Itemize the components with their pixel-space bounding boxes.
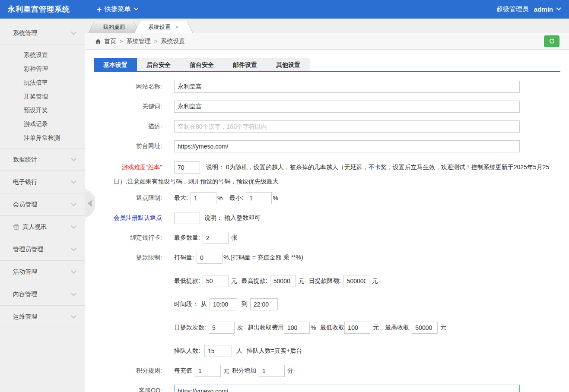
over-fee-input[interactable]: [284, 322, 310, 334]
sidebar-item-draw-management[interactable]: 开奖管理: [0, 89, 85, 103]
min-fee-label: 最低收取: [320, 324, 344, 332]
sidebar-section-ebank[interactable]: 电子银行: [0, 171, 85, 193]
breadcrumb: 首页 > 系统管理 > 系统设置: [85, 33, 569, 50]
breadcrumb-separator: >: [120, 38, 123, 44]
sidebar-section-live-video[interactable]: 真人视讯: [0, 216, 85, 238]
close-icon[interactable]: ×: [175, 24, 179, 30]
refresh-button[interactable]: [544, 35, 559, 47]
sidebar-section-statistics[interactable]: 数据统计: [0, 149, 85, 171]
sidebar-item-game-records[interactable]: 游戏记录: [0, 117, 85, 131]
top-bar: 永利皇宫管理系统 + 快捷菜单 超级管理员 admin: [0, 0, 569, 19]
tab-label: 我的桌面: [103, 21, 125, 33]
time-from-input[interactable]: [210, 298, 237, 310]
sidebar-item-lottery-management[interactable]: 彩种管理: [0, 62, 85, 76]
bank-card-qty-label: 最多数量:: [174, 234, 200, 242]
dama-input[interactable]: [197, 252, 223, 264]
sidebar-section-label: 数据统计: [13, 156, 37, 164]
breadcrumb-section[interactable]: 系统管理: [127, 38, 151, 45]
yuan-unit: 元: [223, 367, 229, 375]
sidebar-section-admins[interactable]: 管理员管理: [0, 238, 85, 261]
time-to-input[interactable]: [250, 298, 278, 310]
yuan-unit: 元: [440, 324, 446, 332]
front-url-input[interactable]: [174, 140, 520, 152]
yuan-comma: 元，: [373, 324, 385, 332]
sidebar-section-content[interactable]: 内容管理: [0, 283, 85, 306]
over-fee-label: 超出收取费用: [248, 324, 284, 332]
sidebar-section-label: 内容管理: [13, 291, 37, 298]
bank-card-qty-input[interactable]: [203, 232, 229, 244]
rebate-max-input[interactable]: [191, 192, 216, 204]
tab-other-settings[interactable]: 其他设置: [267, 58, 310, 71]
site-name-input[interactable]: [174, 81, 520, 93]
breadcrumb-page: 系统设置: [161, 38, 185, 45]
tab-system-settings[interactable]: 系统设置 ×: [134, 21, 193, 33]
yuan-unit: 元: [299, 277, 305, 285]
refresh-icon: [549, 38, 555, 44]
daily-times-input[interactable]: [209, 322, 235, 334]
settings-tabbar: 基本设置 后台安全 前台安全 邮件设置 其他设置: [94, 58, 560, 72]
service-qq-textarea[interactable]: https://ymeso.com/: [174, 385, 520, 392]
points-add-label: 积分增加: [232, 367, 256, 375]
times-unit: 次: [237, 324, 243, 332]
tab-my-desktop[interactable]: 我的桌面: [89, 21, 140, 33]
max-fee-label: 最高收取: [385, 324, 409, 332]
points-per-input[interactable]: [195, 365, 221, 377]
min-fee-input[interactable]: [344, 322, 370, 334]
max-withdraw-label: 最高提款:: [242, 277, 267, 285]
sidebar-section-label: 活动管理: [13, 268, 37, 276]
daily-limit-input[interactable]: [343, 275, 369, 287]
sidebar-section-ops[interactable]: 运维管理: [0, 306, 85, 328]
user-menu[interactable]: 超级管理员 admin: [496, 5, 560, 13]
sidebar-item-play-odds[interactable]: 玩法倍率: [0, 76, 85, 89]
tab-mail-settings[interactable]: 邮件设置: [223, 58, 267, 71]
service-qq-label: 客服QQ:: [94, 385, 162, 392]
max-withdraw-input[interactable]: [270, 275, 296, 287]
dama-label: 打码量:: [174, 254, 194, 262]
rebate-min-label: 最小:: [229, 194, 243, 202]
tab-frontend-security[interactable]: 前台安全: [180, 58, 223, 71]
rebate-min-input[interactable]: [246, 192, 272, 204]
chevron-down-icon: [71, 223, 76, 229]
default-rebate-input[interactable]: [174, 212, 200, 224]
chevron-down-icon: [71, 313, 76, 319]
difficulty-row: 游戏难度“胜率”说明： 0为随机，设置的越大，被杀掉的几率越大（无延迟，不卡奖，…: [94, 160, 560, 189]
yuan-unit: 元: [231, 277, 237, 285]
tab-backend-security[interactable]: 后台安全: [137, 58, 180, 71]
sidebar-section-activities[interactable]: 活动管理: [0, 261, 85, 283]
default-rebate-row: 会员注册默认返点 说明： 输入整数即可: [94, 212, 560, 224]
keywords-input[interactable]: [174, 101, 520, 113]
min-withdraw-input[interactable]: [203, 275, 229, 287]
sidebar-section-label: 运维管理: [13, 313, 37, 321]
sidebar-item-bet-anomaly-check[interactable]: 注单异常检测: [0, 131, 85, 145]
chevron-down-icon: [71, 268, 76, 274]
sidebar-section-label: 真人视讯: [22, 223, 47, 231]
default-rebate-link[interactable]: 会员注册默认返点: [94, 214, 162, 222]
sidebar-section-system[interactable]: 系统管理: [0, 22, 85, 44]
min-withdraw-label: 最低提款:: [174, 277, 200, 285]
time-to-label: 到: [242, 300, 248, 308]
description-row: 描述:: [94, 120, 560, 133]
breadcrumb-home[interactable]: 首页: [104, 38, 116, 45]
keywords-row: 关键词:: [94, 101, 560, 113]
sidebar-section-members[interactable]: 会员管理: [0, 193, 85, 216]
sidebar-section-label: 管理员管理: [13, 246, 43, 253]
front-url-label: 前台网址:: [94, 142, 162, 150]
description-input[interactable]: [174, 120, 520, 133]
tab-basic-settings[interactable]: 基本设置: [94, 58, 137, 71]
quick-menu-button[interactable]: + 快捷菜单: [97, 5, 138, 13]
main-area: 我的桌面 系统设置 × 首页 > 系统管理 > 系统设置: [85, 19, 569, 392]
chevron-down-icon: [556, 6, 561, 10]
queue-unit: 人: [236, 347, 242, 355]
points-add-input[interactable]: [259, 365, 285, 377]
queue-input[interactable]: [204, 345, 232, 357]
sidebar-section-label: 系统管理: [13, 29, 37, 37]
sidebar-item-preset-draw[interactable]: 预设开奖: [0, 103, 85, 117]
difficulty-input[interactable]: [174, 161, 200, 174]
default-rebate-help: 说明： 输入整数即可: [204, 214, 261, 222]
main-layout: 系统管理 系统设置 彩种管理 玩法倍率 开奖管理 预设开奖 游戏记录 注单异常检…: [0, 19, 569, 392]
sidebar: 系统管理 系统设置 彩种管理 玩法倍率 开奖管理 预设开奖 游戏记录 注单异常检…: [0, 19, 85, 392]
difficulty-label[interactable]: 游戏难度“胜率”: [114, 160, 162, 174]
plus-icon: +: [97, 5, 102, 13]
max-fee-input[interactable]: [412, 322, 438, 334]
sidebar-item-system-settings[interactable]: 系统设置: [0, 48, 85, 62]
